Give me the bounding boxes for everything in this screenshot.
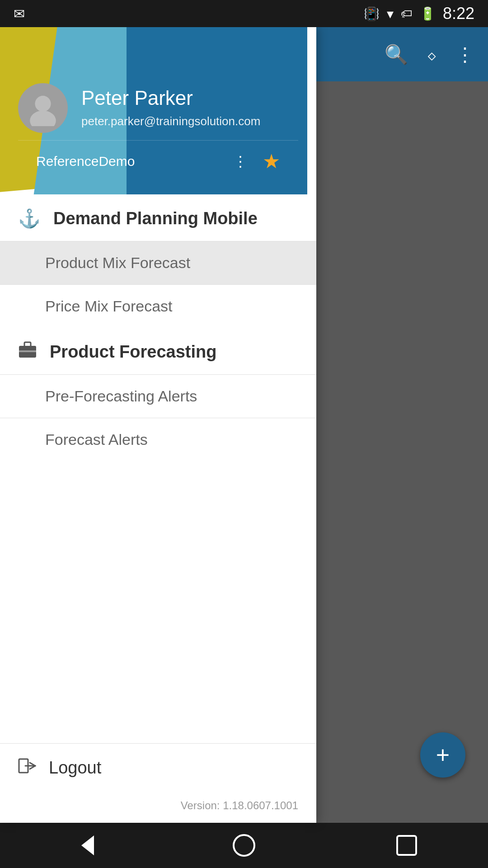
battery-icon: 🔋: [420, 6, 436, 21]
avatar-svg: [25, 90, 61, 126]
nav-section-1-header: ⚓ Demand Planning Mobile: [0, 194, 316, 241]
svg-rect-3: [24, 342, 31, 347]
nav-item-product-mix-forecast[interactable]: Product Mix Forecast: [0, 241, 316, 284]
nav-section-1-title: Demand Planning Mobile: [53, 209, 258, 228]
right-panel: 🔍 ⬦ ⋮ +: [316, 27, 488, 823]
email-icon: ✉: [14, 6, 25, 22]
nav-spacer: [0, 461, 316, 743]
nav-section-2-title: Product Forecasting: [50, 342, 217, 362]
back-button[interactable]: [63, 827, 99, 863]
nav-section-product-forecasting: Product Forecasting Pre-Forecasting Aler…: [0, 328, 316, 461]
status-bar: ✉ 📳 ▾ 🏷 🔋 8:22: [0, 0, 488, 27]
wifi-icon: ▾: [387, 6, 394, 22]
more-options-icon[interactable]: ⋮: [233, 153, 249, 170]
svg-point-1: [30, 111, 56, 126]
vibrate-icon: 📳: [364, 6, 380, 21]
home-button[interactable]: [226, 827, 262, 863]
nav-section-demand-planning: ⚓ Demand Planning Mobile Product Mix For…: [0, 194, 316, 328]
app-bar: 🔍 ⬦ ⋮: [316, 27, 488, 81]
version-label: Version: 1.18.0607.1001: [181, 799, 298, 811]
main-container: Peter Parker peter.parker@trainingsoluti…: [0, 27, 488, 823]
logout-label: Logout: [49, 758, 101, 778]
logout-icon: [18, 757, 36, 778]
version-row: Version: 1.18.0607.1001: [0, 792, 316, 823]
user-name: Peter Parker: [81, 87, 298, 109]
user-email: peter.parker@trainingsolution.com: [81, 114, 298, 129]
navigation-drawer: Peter Parker peter.parker@trainingsoluti…: [0, 27, 316, 823]
logout-section: Logout Version: 1.18.0607.1001: [0, 743, 316, 823]
account-row: ReferenceDemo ⋮ ★: [18, 140, 298, 181]
home-circle-icon: [233, 834, 255, 857]
nav-item-price-mix-forecast[interactable]: Price Mix Forecast: [0, 284, 316, 328]
nav-item-forecast-alerts[interactable]: Forecast Alerts: [0, 418, 316, 461]
svg-rect-4: [19, 350, 36, 352]
account-name: ReferenceDemo: [36, 154, 135, 169]
drawer-nav-content: ⚓ Demand Planning Mobile Product Mix For…: [0, 194, 316, 823]
favorite-icon[interactable]: ★: [263, 150, 280, 173]
back-triangle-icon: [69, 835, 94, 855]
status-right-icons: 📳 ▾ 🏷 🔋 8:22: [364, 4, 474, 23]
user-info: Peter Parker peter.parker@trainingsoluti…: [18, 83, 298, 133]
user-text: Peter Parker peter.parker@trainingsoluti…: [81, 87, 298, 129]
logout-row[interactable]: Logout: [0, 744, 316, 792]
status-left-icons: ✉: [14, 6, 25, 22]
header-content: Peter Parker peter.parker@trainingsoluti…: [0, 70, 316, 194]
sim-icon: 🏷: [401, 7, 413, 21]
account-actions: ⋮ ★: [233, 150, 280, 173]
fab-add-button[interactable]: +: [420, 732, 465, 778]
status-time: 8:22: [443, 4, 474, 23]
svg-point-0: [35, 96, 51, 112]
recents-button[interactable]: [389, 827, 425, 863]
fab-plus-icon: +: [436, 743, 450, 767]
overflow-icon[interactable]: ⋮: [455, 43, 474, 66]
filter-icon[interactable]: ⬦: [426, 43, 437, 65]
anchor-icon: ⚓: [18, 208, 41, 229]
search-icon[interactable]: 🔍: [385, 43, 408, 66]
briefcase-icon: [18, 341, 37, 363]
recents-square-icon: [396, 835, 417, 856]
drawer-header: Peter Parker peter.parker@trainingsoluti…: [0, 27, 316, 194]
nav-section-2-header: Product Forecasting: [0, 328, 316, 374]
avatar: [18, 83, 68, 133]
bottom-navigation-bar: [0, 823, 488, 868]
nav-item-pre-forecasting-alerts[interactable]: Pre-Forecasting Alerts: [0, 374, 316, 418]
